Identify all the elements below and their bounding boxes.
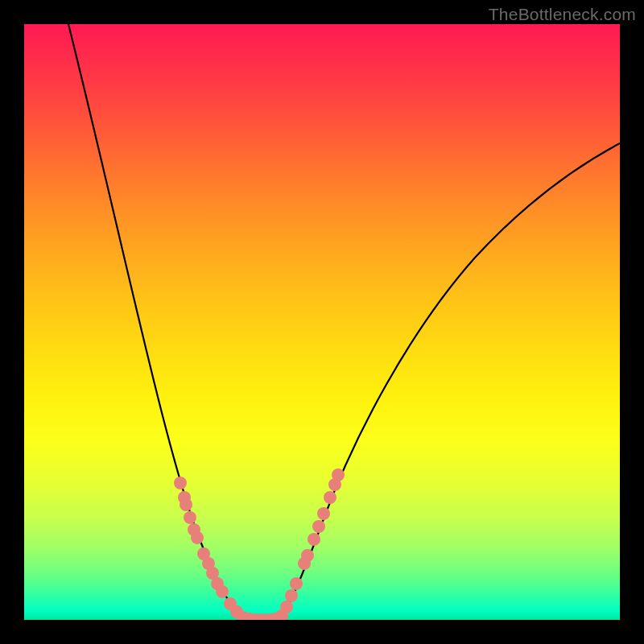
chart-container: TheBottleneck.com bbox=[0, 0, 644, 644]
data-marker bbox=[308, 533, 320, 546]
marker-group bbox=[174, 469, 345, 620]
data-marker bbox=[280, 601, 293, 613]
watermark-text: TheBottleneck.com bbox=[489, 5, 636, 24]
data-marker bbox=[317, 507, 330, 520]
data-marker bbox=[184, 511, 196, 524]
chart-svg bbox=[24, 24, 620, 620]
right-curve bbox=[280, 143, 620, 620]
data-marker bbox=[312, 520, 325, 533]
left-curve bbox=[68, 24, 243, 620]
data-marker bbox=[191, 531, 204, 544]
data-marker bbox=[174, 477, 187, 489]
data-marker bbox=[332, 469, 345, 481]
data-marker bbox=[290, 577, 303, 590]
data-marker bbox=[324, 491, 336, 504]
data-marker bbox=[180, 498, 192, 511]
data-marker bbox=[285, 589, 298, 602]
data-marker bbox=[216, 585, 229, 598]
plot-area bbox=[24, 24, 620, 620]
data-marker bbox=[301, 549, 314, 562]
